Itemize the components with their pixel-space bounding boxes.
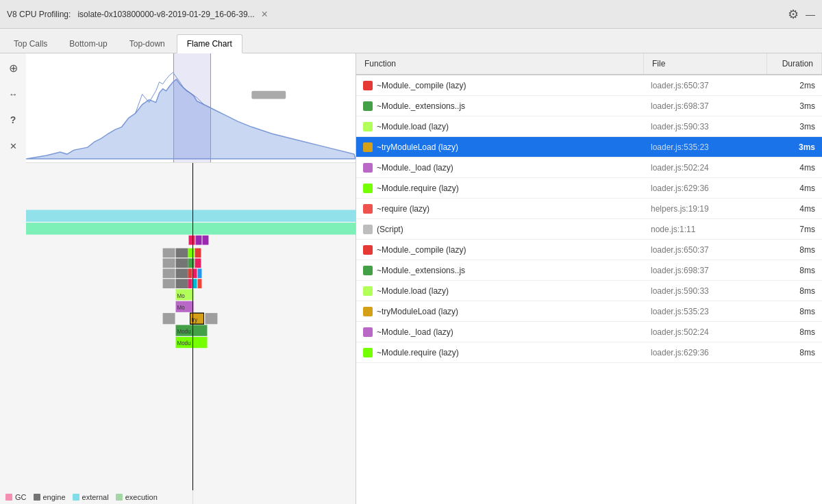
col-header-function: Function <box>356 53 644 74</box>
help-icon[interactable]: ? <box>5 112 21 127</box>
cell-function: ~Module._load (lazy) <box>356 325 644 340</box>
tab-top-calls[interactable]: Top Calls <box>3 34 58 53</box>
svg-text:Mo: Mo <box>177 303 185 311</box>
table-row[interactable]: ~tryModuleLoad (lazy)loader.js:535:238ms <box>356 301 822 322</box>
function-name: ~tryModuleLoad (lazy) <box>377 142 458 152</box>
cell-function: ~require (lazy) <box>356 201 644 216</box>
cell-duration: 4ms <box>767 201 822 216</box>
right-panel[interactable]: Function File Duration ~Module._compile … <box>356 53 822 504</box>
cell-duration: 8ms <box>767 304 822 319</box>
svg-rect-5 <box>195 236 201 245</box>
table-row[interactable]: ~Module.require (lazy)loader.js:629:368m… <box>356 342 822 363</box>
table-row[interactable]: ~Module.require (lazy)loader.js:629:364m… <box>356 178 822 199</box>
svg-rect-8 <box>176 249 188 258</box>
legend-swatch-gc <box>5 494 12 501</box>
tab-top-down[interactable]: Top-down <box>119 34 175 53</box>
table-body: ~Module._compile (lazy)loader.js:650:372… <box>356 75 822 363</box>
cell-function: ~Module.load (lazy) <box>356 284 644 299</box>
function-name: ~Module._compile (lazy) <box>377 81 466 90</box>
tab-flame-chart[interactable]: Flame Chart <box>177 34 242 53</box>
table-row[interactable]: ~Module._extensions..jsloader.js:698:378… <box>356 260 822 281</box>
title-label: V8 CPU Profiling: <box>7 10 71 19</box>
svg-rect-17 <box>188 268 192 278</box>
cell-file: loader.js:650:37 <box>644 242 767 257</box>
cell-file: loader.js:698:37 <box>644 263 767 278</box>
cell-function: ~Module._extensions..js <box>356 99 644 114</box>
cell-duration: 3ms <box>767 99 822 114</box>
table-row[interactable]: (Script)node.js:1:117ms <box>356 219 822 240</box>
mini-selection[interactable] <box>173 53 211 162</box>
table-row[interactable]: ~tryModuleLoad (lazy)loader.js:535:233ms <box>356 137 822 158</box>
svg-rect-15 <box>163 268 175 278</box>
svg-rect-18 <box>192 268 197 278</box>
col-header-duration: Duration <box>767 53 822 74</box>
svg-rect-19 <box>197 268 201 278</box>
flame-chart-area[interactable]: Mo Mo try Modu Modu <box>26 163 356 504</box>
function-name: ~Module.load (lazy) <box>377 122 449 131</box>
legend-label-gc: GC <box>15 493 27 501</box>
legend-execution: execution <box>116 493 158 501</box>
function-name: (Script) <box>377 225 403 234</box>
function-name: ~Module._extensions..js <box>377 101 465 111</box>
legend-swatch-external <box>73 494 79 501</box>
cell-file: loader.js:502:24 <box>644 160 767 175</box>
cell-duration: 2ms <box>767 78 822 93</box>
cell-function: ~Module.require (lazy) <box>356 181 644 196</box>
cell-function: ~Module.load (lazy) <box>356 119 644 134</box>
close-panel-icon[interactable]: ✕ <box>5 138 21 153</box>
table-row[interactable]: ~Module._extensions..jsloader.js:698:373… <box>356 96 822 116</box>
svg-rect-12 <box>176 258 188 268</box>
function-name: ~require (lazy) <box>377 204 429 214</box>
cursor-line <box>192 163 193 504</box>
table-row[interactable]: ~Module._compile (lazy)loader.js:650:378… <box>356 240 822 260</box>
cell-file: loader.js:629:36 <box>644 181 767 196</box>
cell-function: ~Module.require (lazy) <box>356 345 644 360</box>
cell-duration: 3ms <box>767 140 822 155</box>
svg-text:Mo: Mo <box>177 292 185 299</box>
cell-duration: 8ms <box>767 242 822 257</box>
table-row[interactable]: ~Module._compile (lazy)loader.js:650:372… <box>356 75 822 96</box>
legend-swatch-engine <box>34 494 40 501</box>
function-color-dot <box>363 122 373 131</box>
legend-external: external <box>73 493 109 501</box>
tab-bottom-up[interactable]: Bottom-up <box>59 34 117 53</box>
flame-chart-svg: Mo Mo try Modu Modu <box>26 163 356 504</box>
table-row[interactable]: ~Module._load (lazy)loader.js:502:244ms <box>356 158 822 178</box>
zoom-in-icon[interactable]: ⊕ <box>5 60 21 75</box>
overview-chart[interactable] <box>26 53 356 163</box>
cell-file: loader.js:590:33 <box>644 119 767 134</box>
cell-duration: 3ms <box>767 119 822 134</box>
title-close-icon[interactable]: × <box>262 8 268 21</box>
cell-file: helpers.js:19:19 <box>644 201 767 216</box>
function-name: ~Module._compile (lazy) <box>377 245 466 255</box>
table-row[interactable]: ~require (lazy)helpers.js:19:194ms <box>356 199 822 219</box>
table-row[interactable]: ~Module.load (lazy)loader.js:590:338ms <box>356 281 822 301</box>
table-row[interactable]: ~Module.load (lazy)loader.js:590:333ms <box>356 116 822 137</box>
cell-file: loader.js:535:23 <box>644 304 767 319</box>
function-color-dot <box>363 184 373 193</box>
function-color-dot <box>363 225 373 234</box>
svg-rect-13 <box>188 258 195 268</box>
function-color-dot <box>363 245 373 255</box>
svg-rect-31 <box>163 313 175 324</box>
left-panel: ⊕ ↔ ? ✕ <box>0 53 356 504</box>
table-row[interactable]: ~Module._load (lazy)loader.js:502:248ms <box>356 322 822 342</box>
cell-function: ~tryModuleLoad (lazy) <box>356 140 644 155</box>
minimize-icon[interactable]: — <box>806 9 815 20</box>
cell-function: ~tryModuleLoad (lazy) <box>356 304 644 319</box>
function-name: ~tryModuleLoad (lazy) <box>377 307 458 316</box>
function-color-dot <box>363 348 373 357</box>
function-name: ~Module._load (lazy) <box>377 163 453 173</box>
cell-file: loader.js:629:36 <box>644 345 767 360</box>
legend-label-execution: execution <box>125 493 158 501</box>
svg-text:Modu: Modu <box>177 327 191 335</box>
svg-rect-6 <box>202 236 208 245</box>
cell-file: loader.js:650:37 <box>644 78 767 93</box>
cell-function: ~Module._compile (lazy) <box>356 78 644 93</box>
cell-function: ~Module._compile (lazy) <box>356 242 644 257</box>
function-name: ~Module._load (lazy) <box>377 327 453 337</box>
pan-icon[interactable]: ↔ <box>5 86 21 101</box>
gear-icon[interactable]: ⚙ <box>788 7 799 22</box>
legend-label-engine: engine <box>43 493 66 501</box>
table-header: Function File Duration <box>356 53 822 75</box>
